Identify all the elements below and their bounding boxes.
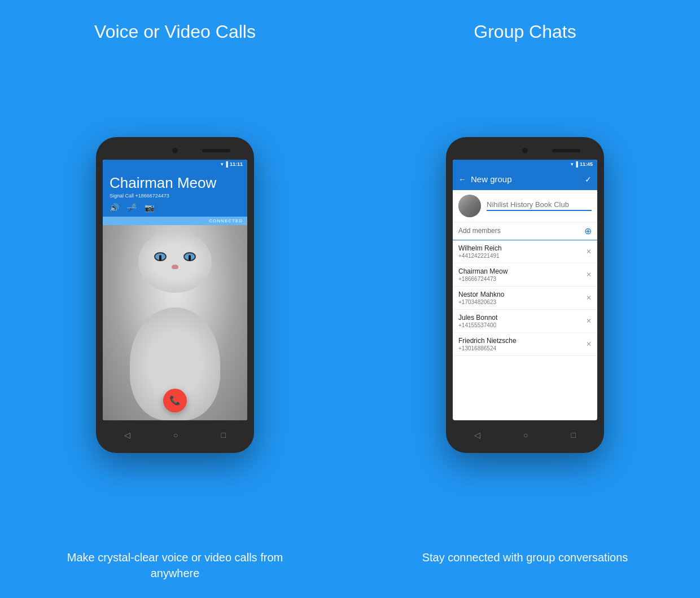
group-header-title: New group: [471, 174, 580, 184]
right-status-bar: ▾ ▐ 11:45: [453, 160, 597, 169]
cat-face: 📞: [103, 225, 247, 420]
list-item: Chairman Meow +18666724473 ✕: [453, 263, 597, 287]
phone-camera-icon: [172, 148, 178, 153]
contact-info: Jules Bonnot +14155537400: [458, 314, 497, 328]
cat-eye-left: [154, 252, 167, 261]
left-time: 11:11: [230, 161, 243, 167]
left-phone-top: [103, 144, 247, 157]
captions-row: Make crystal-clear voice or video calls …: [0, 536, 700, 598]
connected-label: CONNECTED: [209, 218, 243, 223]
right-signal-icons: ▾ ▐: [571, 161, 578, 167]
right-phone-camera-icon: [522, 148, 528, 153]
cat-eye-right: [183, 252, 196, 261]
titles-row: Voice or Video Calls Group Chats: [0, 0, 700, 54]
back-nav-button[interactable]: ◁: [124, 430, 130, 439]
group-avatar: [458, 195, 481, 217]
right-phone-top: [453, 144, 597, 157]
left-caption: Make crystal-clear voice or video calls …: [51, 549, 299, 581]
avatar-image: [458, 195, 481, 217]
contact-phone: +441242221491: [458, 253, 502, 259]
list-item: Friedrich Nietzsche +13016886524 ✕: [453, 333, 597, 356]
right-caption: Stay connected with group conversations: [401, 549, 649, 581]
add-member-icon[interactable]: ⊕: [584, 226, 592, 236]
right-phone-bottom: ◁ ○ □: [453, 424, 597, 446]
group-header: ← New group ✓: [453, 169, 597, 190]
contact-list: Wilhelm Reich +441242221491 ✕ Chairman M…: [453, 240, 597, 356]
left-status-bar: ▾ ▐ 11:11: [103, 160, 247, 169]
right-phone: ▾ ▐ 11:45 ← New group ✓: [446, 137, 604, 453]
left-section-title: Voice or Video Calls: [34, 21, 316, 42]
wifi-icon: ▾: [221, 161, 224, 167]
contact-phone: +17034820623: [458, 299, 504, 305]
recents-nav-button[interactable]: □: [221, 430, 226, 439]
right-section-title: Group Chats: [384, 21, 666, 42]
call-icons: 🔊 🎤 📷: [110, 203, 240, 212]
remove-icon[interactable]: ✕: [586, 317, 592, 325]
call-subtitle: Signal Call +18666724473: [110, 193, 240, 199]
phone-speaker-icon: [202, 149, 230, 152]
call-name: Chairman Meow: [110, 174, 240, 192]
speaker-icon[interactable]: 🔊: [110, 203, 119, 212]
list-item: Jules Bonnot +14155537400 ✕: [453, 310, 597, 333]
remove-icon[interactable]: ✕: [586, 294, 592, 302]
list-item: Wilhelm Reich +441242221491 ✕: [453, 240, 597, 263]
home-nav-button[interactable]: ○: [173, 430, 178, 439]
signal-icons: ▾ ▐: [221, 161, 228, 167]
contact-info: Friedrich Nietzsche +13016886524: [458, 337, 517, 351]
contact-name: Nestor Mahkno: [458, 291, 504, 298]
left-phone: ▾ ▐ 11:11 Chairman Meow Signal Call +186…: [96, 137, 254, 453]
contact-phone: +13016886524: [458, 345, 517, 351]
list-item: Nestor Mahkno +17034820623 ✕: [453, 287, 597, 310]
left-phone-bottom: ◁ ○ □: [103, 424, 247, 446]
page: Voice or Video Calls Group Chats ▾ ▐ 11:…: [0, 0, 700, 598]
end-call-icon: 📞: [169, 395, 181, 406]
cat-image: 📞: [103, 225, 247, 420]
remove-icon[interactable]: ✕: [586, 340, 592, 348]
right-phone-screen: ▾ ▐ 11:45 ← New group ✓: [453, 160, 597, 420]
cat-head: [138, 231, 212, 293]
cat-pupil-right: [189, 255, 191, 261]
contact-info: Chairman Meow +18666724473: [458, 267, 508, 282]
cat-nose: [172, 265, 178, 269]
right-phone-speaker-icon: [552, 149, 580, 152]
back-arrow-icon[interactable]: ←: [458, 175, 466, 184]
contact-name: Wilhelm Reich: [458, 244, 502, 252]
end-call-button[interactable]: 📞: [163, 389, 187, 412]
right-back-nav-button[interactable]: ◁: [474, 430, 480, 439]
right-home-nav-button[interactable]: ○: [523, 430, 528, 439]
call-header: Chairman Meow Signal Call +18666724473 🔊…: [103, 169, 247, 217]
confirm-icon[interactable]: ✓: [585, 175, 592, 184]
add-members-row[interactable]: Add members ⊕: [453, 222, 597, 240]
group-name-input[interactable]: [487, 200, 592, 211]
remove-icon[interactable]: ✕: [586, 248, 592, 256]
cat-pupil-left: [159, 255, 161, 261]
left-phone-screen: ▾ ▐ 11:11 Chairman Meow Signal Call +186…: [103, 160, 247, 420]
contact-info: Nestor Mahkno +17034820623: [458, 291, 504, 305]
remove-icon[interactable]: ✕: [586, 271, 592, 279]
contact-name: Jules Bonnot: [458, 314, 497, 322]
contact-name: Friedrich Nietzsche: [458, 337, 517, 345]
contact-phone: +18666724473: [458, 276, 508, 282]
right-time: 11:45: [580, 161, 593, 167]
mute-icon[interactable]: 🎤: [127, 203, 137, 212]
right-signal-icon: ▐: [575, 161, 578, 167]
signal-icon: ▐: [225, 161, 228, 167]
add-members-label: Add members: [458, 227, 501, 235]
group-name-row: [453, 190, 597, 222]
video-icon[interactable]: 📷: [145, 203, 154, 212]
contact-info: Wilhelm Reich +441242221491: [458, 244, 502, 259]
contact-name: Chairman Meow: [458, 267, 508, 275]
right-wifi-icon: ▾: [571, 161, 574, 167]
right-recents-nav-button[interactable]: □: [571, 430, 576, 439]
connected-bar: CONNECTED: [103, 217, 247, 225]
contact-phone: +14155537400: [458, 322, 497, 328]
phones-row: ▾ ▐ 11:11 Chairman Meow Signal Call +186…: [0, 54, 700, 536]
